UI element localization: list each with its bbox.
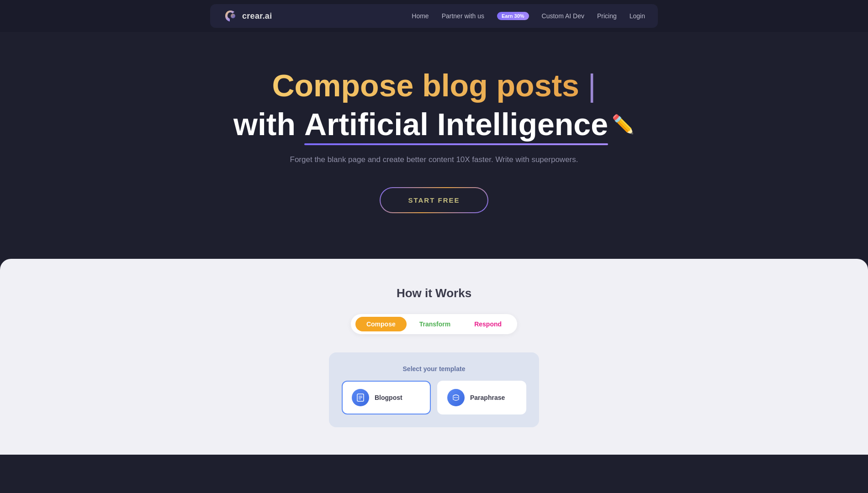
- hero-section: Compose blog posts | with Artificial Int…: [0, 32, 868, 259]
- logo[interactable]: crear.ai: [223, 9, 272, 23]
- tab-row: Compose Transform Respond: [351, 314, 517, 334]
- template-card-blogpost[interactable]: Blogpost: [342, 381, 431, 414]
- svg-point-0: [231, 14, 235, 18]
- nav-partner[interactable]: Partner with us: [442, 12, 484, 20]
- template-section: Select your template Blogpost: [329, 352, 539, 427]
- template-cards: Blogpost Paraphrase: [342, 381, 526, 414]
- nav-links: Home Partner with us Earn 30% Custom AI …: [412, 12, 645, 20]
- tab-compose[interactable]: Compose: [355, 317, 407, 331]
- svg-point-7: [457, 397, 458, 398]
- svg-point-6: [455, 397, 456, 398]
- section-title: How it Works: [397, 286, 471, 300]
- nav-login[interactable]: Login: [630, 12, 645, 20]
- logo-text: crear.ai: [242, 11, 272, 21]
- template-card-paraphrase[interactable]: Paraphrase: [437, 381, 526, 414]
- nav-custom-ai[interactable]: Custom AI Dev: [542, 12, 584, 20]
- template-section-title: Select your template: [342, 365, 526, 372]
- hero-cursor: |: [588, 68, 596, 103]
- paraphrase-icon: [447, 389, 465, 406]
- tab-respond[interactable]: Respond: [463, 317, 513, 331]
- nav-home[interactable]: Home: [412, 12, 429, 20]
- pencil-icon: ✏️: [612, 114, 635, 134]
- navbar: crear.ai Home Partner with us Earn 30% C…: [0, 0, 868, 32]
- hero-title-line2: with Artificial Intelligence ✏️: [233, 107, 635, 142]
- earn-badge: Earn 30%: [497, 12, 529, 20]
- hero-with-text: with: [233, 107, 304, 142]
- svg-point-5: [454, 397, 455, 398]
- nav-pricing[interactable]: Pricing: [597, 12, 617, 20]
- hero-compose-text: Compose blog posts: [272, 68, 579, 103]
- nav-earn[interactable]: Earn 30%: [497, 12, 529, 20]
- start-free-button[interactable]: START FREE: [380, 187, 488, 213]
- hero-ai-text: Artificial Intelligence: [304, 107, 608, 142]
- tab-transform[interactable]: Transform: [408, 317, 461, 331]
- blogpost-label: Blogpost: [375, 394, 402, 401]
- hero-subtitle: Forget the blank page and create better …: [290, 155, 578, 164]
- paraphrase-label: Paraphrase: [470, 394, 505, 401]
- blogpost-icon: [352, 389, 369, 406]
- how-it-works-section: How it Works Compose Transform Respond S…: [0, 259, 868, 455]
- hero-title-line1: Compose blog posts |: [272, 68, 596, 103]
